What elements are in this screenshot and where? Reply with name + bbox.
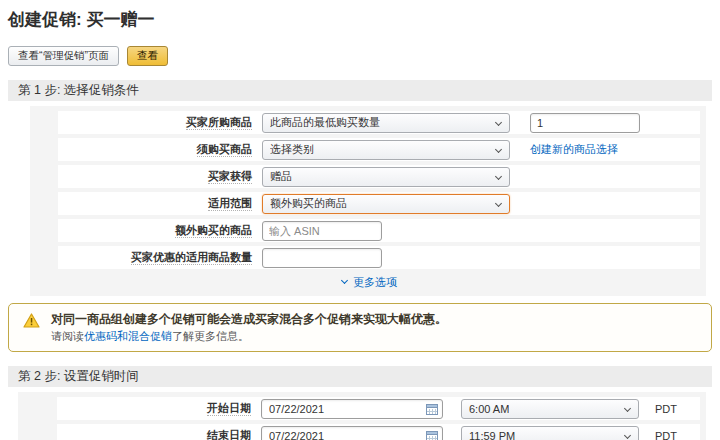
- start-timezone-label: PDT: [655, 403, 677, 415]
- warning-text: 对同一商品组创建多个促销可能会造成买家混合多个促销来实现大幅优惠。 请阅读优惠码…: [51, 311, 447, 344]
- end-time-select-value: 11:59 PM: [469, 430, 515, 440]
- minimum-quantity-input[interactable]: [530, 113, 640, 133]
- end-timezone-label: PDT: [655, 430, 677, 440]
- buyer-gets-select-value: 赠品: [270, 169, 292, 184]
- end-time-select[interactable]: 11:59 PM: [461, 426, 639, 440]
- applies-to-select-value: 额外购买的商品: [270, 196, 347, 211]
- view-button[interactable]: 查看: [127, 46, 168, 66]
- buyer-purchases-select[interactable]: 此商品的最低购买数量: [262, 113, 510, 133]
- form-row-more-options: 更多选项: [58, 273, 700, 291]
- start-time-select-value: 6:00 AM: [469, 403, 509, 415]
- buyer-gets-label: 买家获得: [58, 169, 252, 184]
- buyer-purchases-label: 买家所购商品: [58, 115, 252, 130]
- start-time-select[interactable]: 6:00 AM: [461, 399, 639, 419]
- page-title: 创建促销: 买一赠一: [8, 8, 712, 31]
- form-row-applies-to: 适用范围 额外购买的商品: [58, 192, 700, 215]
- calendar-icon[interactable]: [426, 430, 438, 440]
- form-row-start-date: 开始日期 6:00 AM PD: [57, 397, 700, 420]
- applies-to-select[interactable]: 额外购买的商品: [262, 194, 510, 214]
- calendar-icon[interactable]: [426, 403, 438, 415]
- purchased-items-label: 须购买商品: [58, 142, 252, 157]
- asin-input[interactable]: [262, 221, 382, 241]
- step1-form: 买家所购商品 此商品的最低购买数量 须购买商品 选择类别 创建新的商品选择 买家…: [30, 106, 706, 296]
- purchased-items-select-value: 选择类别: [270, 142, 314, 157]
- start-date-field: [261, 399, 443, 419]
- create-promotion-page: 创建促销: 买一赠一 查看“管理促销”页面 查看 第 1 步: 选择促销条件 买…: [0, 0, 720, 440]
- form-row-end-date: 结束日期 11:59 PM P: [57, 424, 700, 440]
- step1-header: 第 1 步: 选择促销条件: [8, 80, 712, 101]
- create-product-selection-link[interactable]: 创建新的商品选择: [530, 142, 618, 157]
- form-row-buyer-purchases: 买家所购商品 此商品的最低购买数量: [58, 111, 700, 134]
- chevron-down-icon: [495, 118, 502, 125]
- additional-items-label: 额外购买的商品: [58, 223, 252, 238]
- benefit-quantity-label: 买家优惠的适用商品数量: [58, 250, 252, 265]
- end-date-label: 结束日期: [57, 428, 251, 440]
- step2-header: 第 2 步: 设置促销时间: [8, 366, 712, 387]
- form-row-purchased-items: 须购买商品 选择类别 创建新的商品选择: [58, 138, 700, 161]
- end-date-input[interactable]: [261, 426, 443, 440]
- form-row-benefit-quantity: 买家优惠的适用商品数量: [58, 246, 700, 269]
- chevron-down-icon: [341, 277, 348, 284]
- toolbar: 查看“管理促销”页面 查看: [8, 46, 712, 66]
- chevron-down-icon: [495, 172, 502, 179]
- start-date-input[interactable]: [261, 399, 443, 419]
- chevron-down-icon: [495, 145, 502, 152]
- chevron-down-icon: [495, 199, 502, 206]
- step2-form: 开始日期 6:00 AM PD: [18, 392, 706, 440]
- benefit-quantity-input[interactable]: [262, 248, 382, 268]
- view-manage-promotions-button[interactable]: 查看“管理促销”页面: [8, 46, 119, 66]
- applies-to-label: 适用范围: [58, 196, 252, 211]
- form-row-buyer-gets: 买家获得 赠品: [58, 165, 700, 188]
- end-date-field: [261, 426, 443, 440]
- warning-title: 对同一商品组创建多个促销可能会造成买家混合多个促销来实现大幅优惠。: [51, 311, 447, 327]
- start-date-label: 开始日期: [57, 401, 251, 416]
- form-row-additional-items: 额外购买的商品: [58, 219, 700, 242]
- chevron-down-icon: [624, 404, 631, 411]
- more-options-link[interactable]: 更多选项: [342, 275, 397, 290]
- chevron-down-icon: [624, 431, 631, 438]
- purchased-items-select[interactable]: 选择类别: [262, 140, 510, 160]
- buyer-gets-select[interactable]: 赠品: [262, 167, 510, 187]
- promo-codes-mixed-promotions-link[interactable]: 优惠码和混合促销: [84, 330, 172, 342]
- warning-triangle-icon: [23, 313, 40, 328]
- warning-box: 对同一商品组创建多个促销可能会造成买家混合多个促销来实现大幅优惠。 请阅读优惠码…: [8, 303, 712, 352]
- warning-body: 请阅读优惠码和混合促销了解更多信息。: [51, 329, 447, 344]
- buyer-purchases-select-value: 此商品的最低购买数量: [270, 115, 380, 130]
